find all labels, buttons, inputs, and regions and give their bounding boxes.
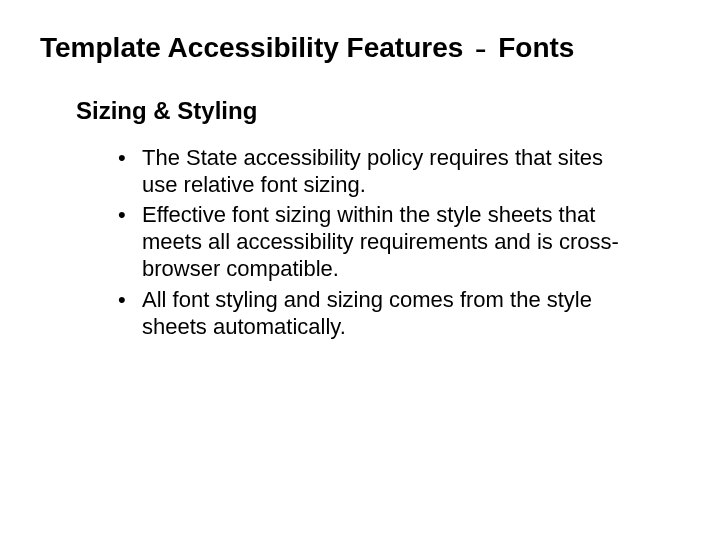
title-part1: Template Accessibility Features bbox=[40, 32, 463, 63]
list-item: The State accessibility policy requires … bbox=[124, 145, 620, 199]
list-item: All font styling and sizing comes from t… bbox=[124, 287, 620, 341]
bullet-list: The State accessibility policy requires … bbox=[100, 145, 620, 341]
title-part2: Fonts bbox=[498, 32, 574, 63]
slide-subtitle: Sizing & Styling bbox=[76, 97, 680, 125]
slide: Template Accessibility Features - Fonts … bbox=[0, 0, 720, 540]
title-separator: - bbox=[471, 29, 490, 66]
slide-title: Template Accessibility Features - Fonts bbox=[40, 28, 680, 69]
list-item: Effective font sizing within the style s… bbox=[124, 202, 620, 282]
